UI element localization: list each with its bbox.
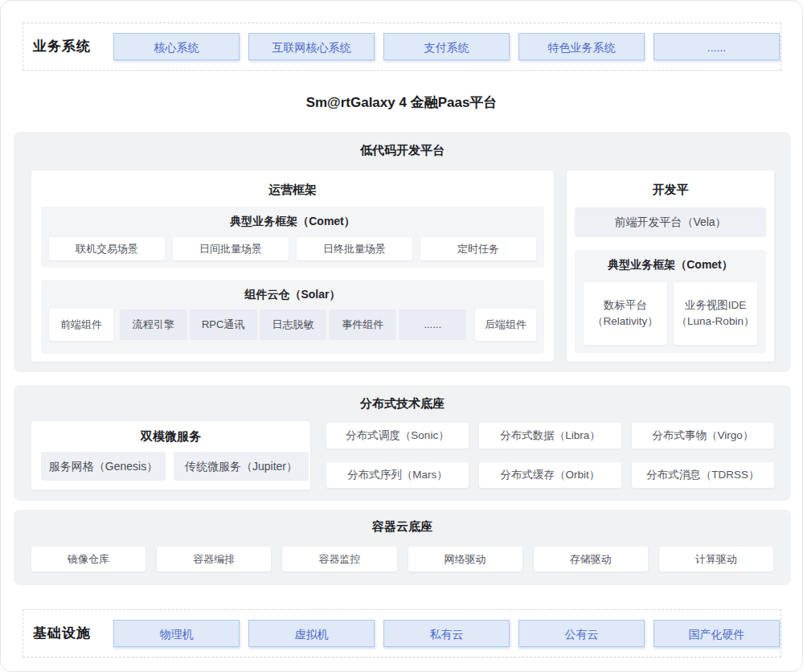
solar-component-title: 组件云仓（Solar） <box>41 288 544 302</box>
container-base-section: 容器云底座 镜像仓库 容器编排 容器监控 网络驱动 存储驱动 计算驱动 <box>14 510 791 585</box>
comet-scenario-item: 日间批量场景 <box>173 237 289 260</box>
distributed-base-section: 分布式技术底座 双模微服务 服务网格（Genesis） 传统微服务（Jupite… <box>14 385 791 501</box>
dev-platform-title: 开发平 <box>567 182 774 198</box>
business-system-item: 支付系统 <box>383 33 510 60</box>
operation-framework-card: 运营框架 典型业务框架（Comet） 联机交易场景 日间批量场景 日终批量场景 … <box>31 170 554 362</box>
comet-scenario-item: 联机交易场景 <box>49 237 165 260</box>
low-code-platform-section: 低代码开发平台 运营框架 典型业务框架（Comet） 联机交易场景 日间批量场景… <box>14 132 791 372</box>
comet-business-framework-subcard: 典型业务框架（Comet） 联机交易场景 日间批量场景 日终批量场景 定时任务 <box>41 207 544 268</box>
dual-mode-title: 双模微服务 <box>31 429 310 445</box>
infrastructure-label: 基础设施 <box>33 610 91 657</box>
container-base-item: 网络驱动 <box>408 547 522 572</box>
distributed-item: 分布式事物（Virgo） <box>632 423 774 449</box>
dev-comet-item-name: 数标平台 <box>584 297 667 313</box>
solar-middle-item: 事件组件 <box>329 309 396 340</box>
business-system-item: 核心系统 <box>113 33 240 60</box>
dual-mode-row: 服务网格（Genesis） 传统微服务（Jupiter） <box>41 452 309 481</box>
solar-middle-item: ...... <box>399 309 466 340</box>
business-system-item: 互联网核心系统 <box>248 33 375 60</box>
comet-scenario-item: 定时任务 <box>420 237 536 260</box>
architecture-diagram: 业务系统 核心系统 互联网核心系统 支付系统 特色业务系统 ...... Sm@… <box>0 0 803 672</box>
business-systems-chips: 核心系统 互联网核心系统 支付系统 特色业务系统 ...... <box>113 33 780 60</box>
business-system-item: 特色业务系统 <box>518 33 645 60</box>
distributed-item: 分布式序列（Mars） <box>326 462 469 488</box>
distributed-item: 分布式消息（TDRSS） <box>632 462 774 488</box>
comet-scenario-row: 联机交易场景 日间批量场景 日终批量场景 定时任务 <box>49 237 536 260</box>
vela-frontend-platform-item: 前端开发平台（Vela） <box>575 207 766 237</box>
dual-mode-item: 服务网格（Genesis） <box>41 452 166 481</box>
dev-platform-card: 开发平 前端开发平台（Vela） 典型业务框架（Comet） 数标平台 （Rel… <box>567 170 774 362</box>
infrastructure-item: 私有云 <box>383 620 510 647</box>
container-base-item: 容器监控 <box>282 547 396 572</box>
container-base-title: 容器云底座 <box>14 519 791 535</box>
dev-comet-subcard: 典型业务框架（Comet） 数标平台 （Relativity） 业务视图IDE … <box>575 250 766 353</box>
dev-comet-item: 数标平台 （Relativity） <box>584 282 667 345</box>
solar-middle-item: 流程引擎 <box>120 309 187 340</box>
low-code-platform-title: 低代码开发平台 <box>14 143 791 158</box>
operation-framework-title: 运营框架 <box>31 182 554 198</box>
dev-comet-title: 典型业务框架（Comet） <box>575 258 766 272</box>
solar-middle-item: 日志脱敏 <box>260 309 327 340</box>
infrastructure-item: 物理机 <box>113 620 240 647</box>
infrastructure-strip: 基础设施 物理机 虚拟机 私有云 公有云 国产化硬件 <box>23 609 781 658</box>
dev-comet-row: 数标平台 （Relativity） 业务视图IDE （Luna-Robin） <box>584 282 757 345</box>
container-base-item: 镜像仓库 <box>31 547 145 572</box>
distributed-item: 分布式调度（Sonic） <box>326 423 469 449</box>
solar-middle-item: RPC通讯 <box>190 309 257 340</box>
container-base-row: 镜像仓库 容器编排 容器监控 网络驱动 存储驱动 计算驱动 <box>31 547 773 572</box>
distributed-item: 分布式数据（Libra） <box>479 423 621 449</box>
page-title: Sm@rtGalaxy 4 金融Paas平台 <box>1 91 802 115</box>
business-systems-label: 业务系统 <box>33 23 91 70</box>
business-systems-strip: 业务系统 核心系统 互联网核心系统 支付系统 特色业务系统 ...... <box>23 23 781 71</box>
infrastructure-item: 公有云 <box>518 620 645 647</box>
container-base-item: 计算驱动 <box>659 547 773 572</box>
distributed-base-title: 分布式技术底座 <box>14 396 791 412</box>
business-system-item: ...... <box>653 33 780 60</box>
dual-mode-microservice-card: 双模微服务 服务网格（Genesis） 传统微服务（Jupiter） <box>31 421 310 490</box>
dev-comet-item-code: （Luna-Robin） <box>674 313 757 330</box>
solar-component-subcard: 组件云仓（Solar） 前端组件 流程引擎 RPC通讯 日志脱敏 事件组件 ..… <box>41 280 544 354</box>
dev-comet-item: 业务视图IDE （Luna-Robin） <box>674 282 757 345</box>
comet-business-framework-title: 典型业务框架（Comet） <box>41 215 544 229</box>
solar-component-row: 前端组件 流程引擎 RPC通讯 日志脱敏 事件组件 ...... 后端组件 <box>49 309 536 341</box>
infrastructure-item: 国产化硬件 <box>653 620 780 647</box>
container-base-item: 存储驱动 <box>534 547 648 572</box>
distributed-item: 分布式缓存（Orbit） <box>479 462 621 488</box>
comet-scenario-item: 日终批量场景 <box>297 237 412 260</box>
infrastructure-chips: 物理机 虚拟机 私有云 公有云 国产化硬件 <box>113 620 780 647</box>
solar-front-item: 前端组件 <box>49 309 113 341</box>
dev-comet-item-name: 业务视图IDE <box>674 297 757 313</box>
infrastructure-item: 虚拟机 <box>248 620 375 647</box>
container-base-item: 容器编排 <box>157 547 271 572</box>
solar-back-item: 后端组件 <box>475 309 536 341</box>
dual-mode-item: 传统微服务（Jupiter） <box>174 452 309 481</box>
dev-comet-item-code: （Relativity） <box>584 313 667 330</box>
